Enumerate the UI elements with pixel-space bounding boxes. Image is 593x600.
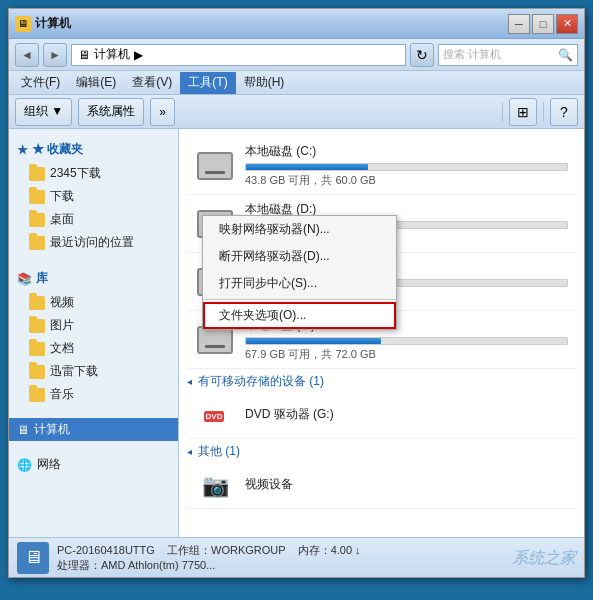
favorites-header[interactable]: ★ ★ 收藏夹 (9, 137, 178, 162)
file-area: 本地磁盘 (C:) 43.8 GB 可用，共 60.0 GB 本地磁盘 (D:) (179, 129, 584, 537)
folder-icon (29, 365, 45, 379)
window-icon: 🖥 (15, 16, 31, 32)
title-buttons: ─ □ ✕ (508, 14, 578, 34)
folder-icon (29, 167, 45, 181)
sidebar-item-recent[interactable]: 最近访问的位置 (9, 231, 178, 254)
menu-bar: 文件(F) 编辑(E) 查看(V) 工具(T) 帮助(H) (9, 71, 584, 95)
main-window: 🖥 计算机 ─ □ ✕ ◄ ► 🖥 计算机 ▶ ↻ 搜索 计算机 🔍 文件(F)… (8, 8, 585, 578)
view-icon: ⊞ (517, 104, 529, 120)
drive-item-e[interactable]: 本地磁盘 (E:) 75.9 GB 可用，共 82.9 GB (187, 253, 576, 311)
drive-bar-fill-f (246, 338, 381, 344)
folder-icon (29, 296, 45, 310)
system-props-button[interactable]: 系统属性 (78, 98, 144, 126)
drive-item-dvd[interactable]: DVD DVD 驱动器 (G:) (187, 394, 576, 439)
status-watermark: 系统之家 (512, 547, 576, 569)
organize-button[interactable]: 组织 ▼ (15, 98, 72, 126)
drive-size-d: 63.1 GB 可用，共 82.9 GB (245, 231, 568, 246)
sidebar-item-2345[interactable]: 2345下载 (9, 162, 178, 185)
drive-item-f[interactable]: 本地磁盘 (F:) 67.9 GB 可用，共 72.0 GB (187, 311, 576, 369)
workgroup-label: 工作组：WORKGROUP (167, 544, 285, 556)
toolbar-separator2 (543, 102, 544, 122)
back-button[interactable]: ◄ (15, 43, 39, 67)
search-box[interactable]: 搜索 计算机 🔍 (438, 44, 578, 66)
search-placeholder: 搜索 计算机 (443, 47, 501, 62)
camera-icon: 📷 (202, 473, 229, 499)
sidebar-item-pictures[interactable]: 图片 (9, 314, 178, 337)
hdd-icon (197, 152, 233, 180)
sidebar-item-music[interactable]: 音乐 (9, 383, 178, 406)
computer-icon: 🖥 (17, 423, 29, 437)
view-toggle-button[interactable]: ⊞ (509, 98, 537, 126)
sidebar-item-video[interactable]: 视频 (9, 291, 178, 314)
drive-size-c: 43.8 GB 可用，共 60.0 GB (245, 173, 568, 188)
status-processor: 处理器：AMD Athlon(tm) 7750... (57, 558, 504, 573)
help-icon: ? (560, 104, 568, 120)
folder-icon (29, 213, 45, 227)
drive-icon-dvd: DVD (195, 400, 235, 432)
menu-file[interactable]: 文件(F) (13, 72, 68, 94)
other-section-header[interactable]: 其他 (1) (187, 439, 576, 464)
hdd-icon (197, 210, 233, 238)
library-icon: 📚 (17, 272, 32, 286)
drive-bar-bg-d (245, 221, 568, 229)
removable-section-header[interactable]: 有可移动存储的设备 (1) (187, 369, 576, 394)
drive-info-d: 本地磁盘 (D:) 63.1 GB 可用，共 82.9 GB (245, 201, 568, 246)
drive-size-e: 75.9 GB 可用，共 82.9 GB (245, 289, 568, 304)
drive-bar-fill-e (246, 280, 288, 286)
maximize-button[interactable]: □ (532, 14, 554, 34)
network-icon: 🌐 (17, 458, 32, 472)
minimize-button[interactable]: ─ (508, 14, 530, 34)
drive-info-camera: 视频设备 (245, 476, 568, 496)
help-button[interactable]: ? (550, 98, 578, 126)
path-arrow: ▶ (134, 48, 143, 62)
toolbar: 组织 ▼ 系统属性 » ⊞ ? (9, 95, 584, 129)
sidebar-item-network[interactable]: 🌐 网络 (9, 453, 178, 476)
sidebar-item-download[interactable]: 下载 (9, 185, 178, 208)
status-name-workgroup: PC-20160418UTTG 工作组：WORKGROUP 内存：4.00 ↓ (57, 543, 504, 558)
sidebar: ★ ★ 收藏夹 2345下载 下载 桌面 最近访问的位置 (9, 129, 179, 537)
drive-item-c[interactable]: 本地磁盘 (C:) 43.8 GB 可用，共 60.0 GB (187, 137, 576, 195)
window-title: 计算机 (35, 15, 71, 32)
drive-name-d: 本地磁盘 (D:) (245, 201, 568, 218)
drive-info-c: 本地磁盘 (C:) 43.8 GB 可用，共 60.0 GB (245, 143, 568, 188)
menu-view[interactable]: 查看(V) (124, 72, 180, 94)
drive-icon-e (195, 266, 235, 298)
drive-bar-fill-d (246, 222, 323, 228)
menu-edit[interactable]: 编辑(E) (68, 72, 124, 94)
drive-bar-fill-c (246, 164, 368, 170)
library-header[interactable]: 📚 库 (9, 266, 178, 291)
drive-icon-f (195, 324, 235, 356)
drive-name-camera: 视频设备 (245, 476, 568, 493)
drive-bar-bg-e (245, 279, 568, 287)
menu-help[interactable]: 帮助(H) (236, 72, 293, 94)
drive-item-d[interactable]: 本地磁盘 (D:) 63.1 GB 可用，共 82.9 GB (187, 195, 576, 253)
status-info: PC-20160418UTTG 工作组：WORKGROUP 内存：4.00 ↓ … (57, 543, 504, 573)
title-bar-left: 🖥 计算机 (15, 15, 71, 32)
status-bar: 🖥 PC-20160418UTTG 工作组：WORKGROUP 内存：4.00 … (9, 537, 584, 577)
title-bar: 🖥 计算机 ─ □ ✕ (9, 9, 584, 39)
drive-item-camera[interactable]: 📷 视频设备 (187, 464, 576, 509)
drive-bar-bg-f (245, 337, 568, 345)
search-icon: 🔍 (558, 48, 573, 62)
hdd-icon (197, 268, 233, 296)
toolbar-separator (502, 102, 503, 122)
close-button[interactable]: ✕ (556, 14, 578, 34)
sidebar-item-computer[interactable]: 🖥 计算机 (9, 418, 178, 441)
memory-label: 内存：4.00 ↓ (298, 544, 361, 556)
menu-tools[interactable]: 工具(T) (180, 72, 235, 94)
forward-button[interactable]: ► (43, 43, 67, 67)
status-computer-icon: 🖥 (17, 542, 49, 574)
sidebar-item-thunder[interactable]: 迅雷下载 (9, 360, 178, 383)
sidebar-item-desktop[interactable]: 桌面 (9, 208, 178, 231)
folder-icon (29, 342, 45, 356)
drive-size-f: 67.9 GB 可用，共 72.0 GB (245, 347, 568, 362)
sidebar-item-documents[interactable]: 文档 (9, 337, 178, 360)
network-section: 🌐 网络 (9, 453, 178, 476)
folder-icon (29, 388, 45, 402)
drive-icon-c (195, 150, 235, 182)
drive-name-dvd: DVD 驱动器 (G:) (245, 406, 568, 423)
more-button[interactable]: » (150, 98, 175, 126)
address-path[interactable]: 🖥 计算机 ▶ (71, 44, 406, 66)
refresh-button[interactable]: ↻ (410, 43, 434, 67)
computer-section: 🖥 计算机 (9, 418, 178, 441)
